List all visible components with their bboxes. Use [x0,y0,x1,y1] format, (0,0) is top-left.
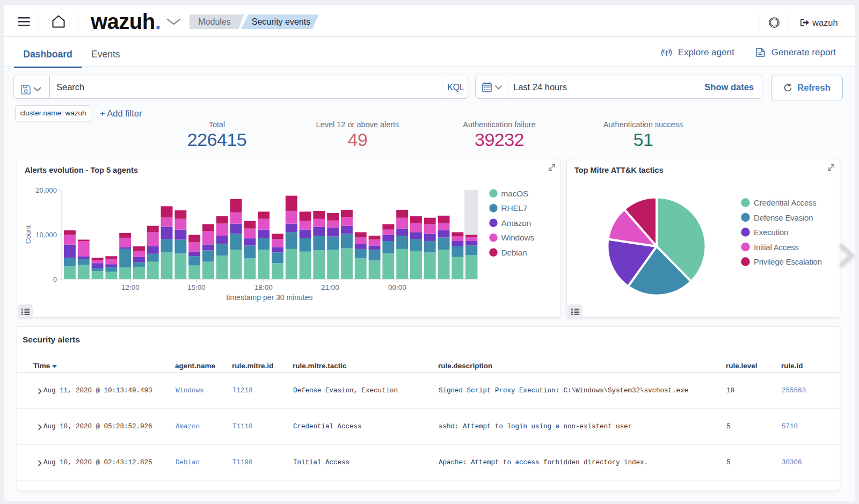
svg-text:timestamp per 30 minutes: timestamp per 30 minutes [226,293,312,302]
svg-text:Initial Access: Initial Access [754,243,799,252]
svg-text:20,000: 20,000 [35,186,57,194]
svg-text:Privilege Escalation: Privilege Escalation [754,257,822,266]
svg-text:21:00: 21:00 [321,283,339,291]
svg-text:0: 0 [53,275,57,283]
svg-text:Count: Count [24,225,32,244]
svg-text:18:00: 18:00 [254,283,273,291]
svg-text:00:00: 00:00 [388,283,406,291]
svg-text:10,000: 10,000 [35,231,57,239]
svg-text:Credential Access: Credential Access [754,198,817,207]
svg-text:12:00: 12:00 [121,283,140,291]
svg-text:Defense Evasion: Defense Evasion [754,213,813,222]
svg-text:Debian: Debian [501,248,527,257]
svg-text:Execution: Execution [754,228,788,237]
svg-text:macOS: macOS [501,189,529,198]
svg-text:15:00: 15:00 [187,283,206,291]
svg-text:RHEL7: RHEL7 [501,203,528,213]
svg-text:Windows: Windows [501,233,535,242]
svg-text:Amazon: Amazon [501,218,532,228]
